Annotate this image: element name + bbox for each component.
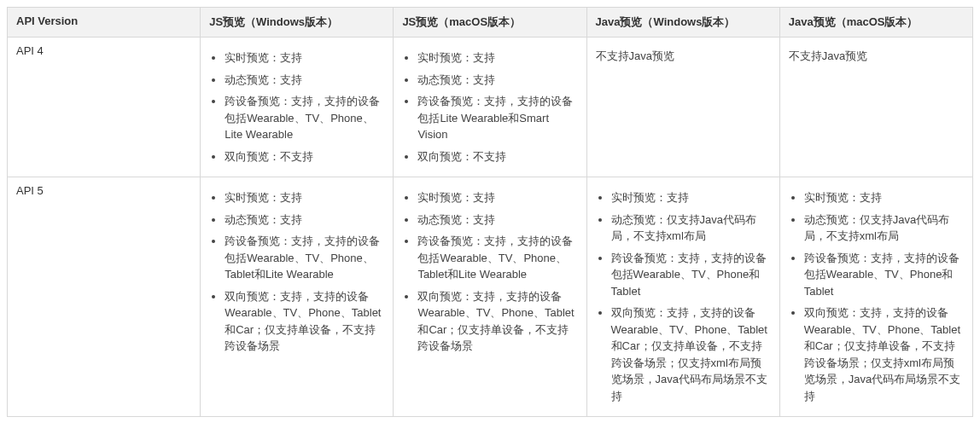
feature-item: 实时预览：支持 (417, 49, 577, 67)
col-header-api: API Version (8, 8, 201, 38)
feature-item: 实时预览：支持 (804, 189, 964, 206)
feature-list: 实时预览：支持动态预览：支持跨设备预览：支持，支持的设备包括Wearable、T… (209, 49, 384, 165)
feature-item: 实时预览：支持 (417, 189, 577, 206)
feature-item: 双向预览：支持，支持的设备Wearable、TV、Phone、Tablet和Ca… (417, 288, 577, 355)
feature-item: 双向预览：支持，支持的设备Wearable、TV、Phone、Tablet和Ca… (804, 304, 964, 404)
feature-item: 跨设备预览：支持，支持的设备包括Lite Wearable和Smart Visi… (417, 93, 577, 143)
feature-item: 双向预览：不支持 (225, 148, 384, 165)
feature-item: 动态预览：仅支持Java代码布局，不支持xml布局 (804, 211, 964, 245)
feature-item: 跨设备预览：支持，支持的设备包括Wearable、TV、Phone、Tablet… (225, 233, 384, 283)
feature-cell: 实时预览：支持动态预览：仅支持Java代码布局，不支持xml布局跨设备预览：支持… (779, 177, 972, 417)
feature-item: 跨设备预览：支持，支持的设备包括Wearable、TV、Phone和Tablet (804, 250, 964, 300)
unsupported-text: 不支持Java预览 (789, 44, 964, 65)
feature-item: 跨设备预览：支持，支持的设备包括Wearable、TV、Phone、Lite W… (225, 93, 384, 143)
feature-list: 实时预览：支持动态预览：仅支持Java代码布局，不支持xml布局跨设备预览：支持… (789, 189, 964, 404)
table-header-row: API Version JS预览（Windows版本） JS预览（macOS版本… (8, 8, 973, 38)
feature-item: 双向预览：支持，支持的设备Wearable、TV、Phone、Tablet和Ca… (611, 304, 771, 404)
feature-item: 实时预览：支持 (225, 189, 384, 206)
unsupported-text: 不支持Java预览 (596, 44, 771, 65)
feature-item: 跨设备预览：支持，支持的设备包括Wearable、TV、Phone、Tablet… (417, 233, 577, 283)
feature-list: 实时预览：支持动态预览：仅支持Java代码布局，不支持xml布局跨设备预览：支持… (596, 189, 771, 404)
feature-list: 实时预览：支持动态预览：支持跨设备预览：支持，支持的设备包括Wearable、T… (402, 189, 577, 355)
api-version-cell: API 4 (8, 38, 201, 177)
feature-support-table: API Version JS预览（Windows版本） JS预览（macOS版本… (7, 7, 973, 417)
feature-cell: 实时预览：支持动态预览：仅支持Java代码布局，不支持xml布局跨设备预览：支持… (586, 177, 779, 417)
col-header-java-mac: Java预览（macOS版本） (779, 8, 972, 38)
feature-item: 实时预览：支持 (225, 49, 384, 67)
feature-item: 动态预览：支持 (225, 211, 384, 229)
feature-item: 动态预览：仅支持Java代码布局，不支持xml布局 (611, 211, 771, 245)
feature-list: 实时预览：支持动态预览：支持跨设备预览：支持，支持的设备包括Lite Weara… (402, 49, 577, 165)
feature-cell: 不支持Java预览 (779, 38, 972, 177)
feature-item: 实时预览：支持 (611, 189, 771, 206)
col-header-js-win: JS预览（Windows版本） (201, 8, 394, 38)
feature-cell: 不支持Java预览 (586, 38, 779, 177)
feature-item: 动态预览：支持 (417, 72, 577, 89)
feature-item: 动态预览：支持 (225, 72, 384, 89)
table-row: API 5实时预览：支持动态预览：支持跨设备预览：支持，支持的设备包括Weara… (8, 177, 973, 417)
feature-cell: 实时预览：支持动态预览：支持跨设备预览：支持，支持的设备包括Wearable、T… (201, 38, 394, 177)
feature-item: 动态预览：支持 (417, 211, 577, 229)
feature-cell: 实时预览：支持动态预览：支持跨设备预览：支持，支持的设备包括Wearable、T… (394, 177, 586, 417)
feature-item: 双向预览：不支持 (417, 148, 577, 165)
table-row: API 4实时预览：支持动态预览：支持跨设备预览：支持，支持的设备包括Weara… (8, 38, 973, 177)
feature-list: 实时预览：支持动态预览：支持跨设备预览：支持，支持的设备包括Wearable、T… (209, 189, 384, 355)
col-header-java-win: Java预览（Windows版本） (586, 8, 779, 38)
feature-item: 双向预览：支持，支持的设备Wearable、TV、Phone、Tablet和Ca… (225, 288, 384, 355)
feature-cell: 实时预览：支持动态预览：支持跨设备预览：支持，支持的设备包括Lite Weara… (394, 38, 586, 177)
col-header-js-mac: JS预览（macOS版本） (394, 8, 586, 38)
table-body: API 4实时预览：支持动态预览：支持跨设备预览：支持，支持的设备包括Weara… (8, 38, 973, 417)
api-version-cell: API 5 (8, 177, 201, 417)
feature-cell: 实时预览：支持动态预览：支持跨设备预览：支持，支持的设备包括Wearable、T… (201, 177, 394, 417)
feature-item: 跨设备预览：支持，支持的设备包括Wearable、TV、Phone和Tablet (611, 250, 771, 300)
